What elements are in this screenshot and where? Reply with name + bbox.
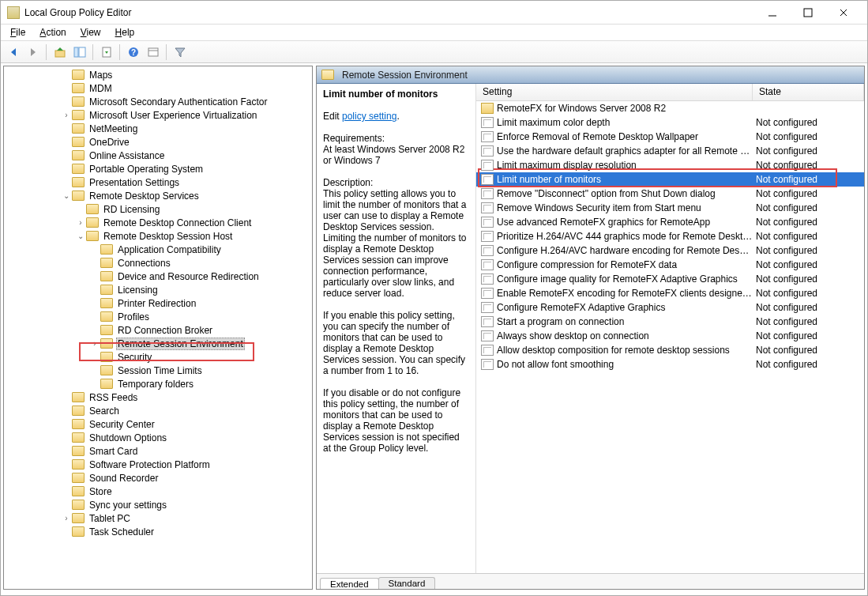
forward-button[interactable]	[24, 43, 42, 61]
policy-icon	[481, 174, 494, 185]
tree-item[interactable]: ›Microsoft User Experience Virtualizatio…	[61, 108, 312, 122]
expand-icon: •	[61, 433, 72, 442]
help-button[interactable]: ?	[124, 43, 142, 61]
show-hide-tree-button[interactable]	[70, 43, 88, 61]
tree-pane[interactable]: •Maps•MDM•Microsoft Secondary Authentica…	[3, 66, 313, 590]
setting-row[interactable]: Configure image quality for RemoteFX Ada…	[476, 272, 864, 286]
tab-extended[interactable]: Extended	[320, 578, 379, 590]
tree-item[interactable]: •Online Assistance	[61, 149, 312, 162]
tree-item[interactable]: •Store	[61, 485, 312, 498]
expand-icon[interactable]: ›	[61, 111, 72, 119]
tree-item[interactable]: •Smart Card	[61, 444, 312, 458]
up-button[interactable]	[51, 43, 69, 61]
tree-item[interactable]: ⌄Remote Desktop Session Host	[61, 229, 312, 243]
maximize-button[interactable]	[790, 2, 825, 24]
expand-icon[interactable]: ›	[61, 514, 72, 522]
menu-file[interactable]: FFileile	[4, 25, 32, 40]
menu-help[interactable]: Help	[109, 25, 141, 40]
menu-action[interactable]: Action	[33, 25, 72, 40]
toolbar: ?	[1, 41, 867, 63]
edit-policy-link[interactable]: policy setting	[342, 111, 396, 122]
tab-standard[interactable]: Standard	[378, 577, 436, 589]
tree-item[interactable]: •Sync your settings	[61, 498, 312, 511]
folder-icon	[100, 285, 113, 295]
back-button[interactable]	[4, 43, 22, 61]
setting-row[interactable]: Use advanced RemoteFX graphics for Remot…	[476, 215, 864, 229]
menu-view[interactable]: View	[74, 25, 107, 40]
tree-item[interactable]: •Device and Resource Redirection	[61, 270, 312, 283]
tree-item[interactable]: ›Tablet PC	[61, 511, 312, 525]
setting-row[interactable]: Configure compression for RemoteFX dataN…	[476, 258, 864, 272]
properties-button[interactable]	[144, 43, 162, 61]
tree-item[interactable]: •RSS Feeds	[61, 390, 312, 404]
filter-button[interactable]	[171, 43, 189, 61]
setting-state: Not configured	[753, 217, 864, 228]
folder-icon	[72, 406, 85, 416]
description-p3: If you disable or do not configure this …	[323, 387, 468, 454]
tree-item[interactable]: •Security	[61, 350, 312, 364]
tree-item[interactable]: •Search	[61, 404, 312, 417]
tree-item[interactable]: •RD Connection Broker	[61, 323, 312, 337]
tree-item[interactable]: •Shutdown Options	[61, 431, 312, 444]
setting-row[interactable]: Start a program on connectionNot configu…	[476, 315, 864, 329]
expand-icon: •	[61, 473, 72, 482]
tree-item[interactable]: ›Remote Desktop Connection Client	[61, 216, 312, 229]
column-state[interactable]: State	[753, 84, 864, 100]
setting-row[interactable]: Allow desktop composition for remote des…	[476, 343, 864, 357]
folder-icon	[86, 231, 99, 241]
setting-row[interactable]: Use the hardware default graphics adapte…	[476, 144, 864, 158]
description-label: Description:	[323, 177, 468, 188]
column-setting[interactable]: Setting	[476, 84, 753, 100]
tree-item[interactable]: •OneDrive	[61, 135, 312, 149]
tree-item[interactable]: •Temporary folders	[61, 377, 312, 390]
tree-item[interactable]: ⌄Remote Desktop Services	[61, 189, 312, 202]
tree-item[interactable]: •Security Center	[61, 417, 312, 431]
expand-icon[interactable]: ›	[89, 339, 100, 348]
setting-row[interactable]: Limit maximum color depthNot configured	[476, 115, 864, 130]
tree-item[interactable]: •Portable Operating System	[61, 162, 312, 175]
tree-item[interactable]: •Software Protection Platform	[61, 458, 312, 471]
setting-row[interactable]: Always show desktop on connectionNot con…	[476, 329, 864, 343]
policy-icon	[481, 273, 494, 285]
minimize-button[interactable]	[754, 2, 790, 24]
setting-state: Not configured	[753, 188, 864, 199]
tree-item[interactable]: •RD Licensing	[61, 202, 312, 216]
collapse-icon[interactable]: ⌄	[75, 232, 86, 240]
setting-row[interactable]: Remove Windows Security item from Start …	[476, 201, 864, 215]
setting-row[interactable]: Prioritize H.264/AVC 444 graphics mode f…	[476, 229, 864, 243]
tree-item[interactable]: •Profiles	[61, 310, 312, 323]
tree-item[interactable]: •Presentation Settings	[61, 175, 312, 189]
app-icon	[7, 6, 20, 19]
tree-item[interactable]: •Application Compatibility	[61, 243, 312, 256]
tree-item[interactable]: •Microsoft Secondary Authentication Fact…	[61, 95, 312, 108]
expand-icon: •	[61, 393, 72, 402]
tree-item[interactable]: •Maps	[61, 68, 312, 81]
folder-icon	[72, 486, 85, 496]
folder-icon	[72, 446, 85, 456]
policy-icon	[481, 330, 494, 341]
tree-item[interactable]: •Printer Redirection	[61, 296, 312, 310]
setting-row[interactable]: Do not allow font smoothingNot configure…	[476, 357, 864, 372]
setting-row[interactable]: Limit number of monitorsNot configured	[476, 172, 864, 187]
setting-row[interactable]: Limit maximum display resolutionNot conf…	[476, 158, 864, 172]
close-button[interactable]	[825, 2, 861, 24]
setting-row[interactable]: Remove "Disconnect" option from Shut Dow…	[476, 187, 864, 201]
collapse-icon[interactable]: ⌄	[61, 191, 72, 200]
tree-item[interactable]: •Sound Recorder	[61, 471, 312, 485]
tree-item[interactable]: •Connections	[61, 256, 312, 270]
tree-item[interactable]: •Task Scheduler	[61, 525, 312, 538]
expand-icon: •	[61, 164, 72, 173]
setting-row[interactable]: Enforce Removal of Remote Desktop Wallpa…	[476, 130, 864, 144]
tree-item[interactable]: •Licensing	[61, 283, 312, 296]
tree-item-label: Device and Resource Redirection	[116, 271, 261, 282]
setting-row[interactable]: RemoteFX for Windows Server 2008 R2	[476, 101, 864, 115]
export-button[interactable]	[97, 43, 115, 61]
tree-item[interactable]: •MDM	[61, 81, 312, 95]
tree-item[interactable]: •NetMeeting	[61, 122, 312, 135]
setting-row[interactable]: Configure RemoteFX Adaptive GraphicsNot …	[476, 300, 864, 315]
setting-row[interactable]: Enable RemoteFX encoding for RemoteFX cl…	[476, 286, 864, 300]
setting-row[interactable]: Configure H.264/AVC hardware encoding fo…	[476, 243, 864, 258]
tree-item[interactable]: ›Remote Session Environment	[61, 337, 312, 350]
tree-item[interactable]: •Session Time Limits	[61, 364, 312, 377]
expand-icon[interactable]: ›	[75, 218, 86, 227]
